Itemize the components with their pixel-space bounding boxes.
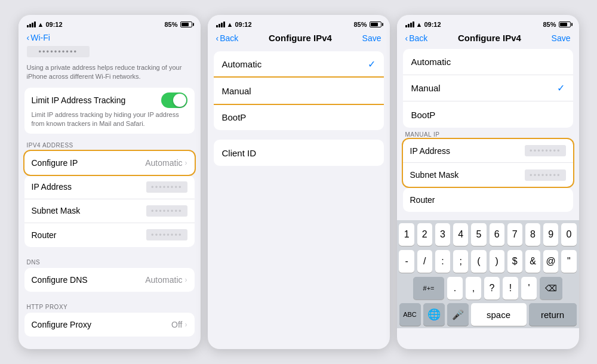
key-5[interactable]: 5: [471, 223, 486, 246]
back-button-2[interactable]: ‹ Back: [216, 33, 239, 43]
client-id-label: Client ID: [222, 148, 257, 158]
back-button-3[interactable]: ‹ Back: [405, 33, 428, 43]
key-1[interactable]: 1: [399, 223, 414, 246]
configure-ip-row[interactable]: Configure IP Automatic ›: [24, 151, 195, 175]
status-bar-2: ▲ 09:12 85%: [208, 15, 390, 32]
keyboard-bottom-row: ABC 🌐 🎤 space return: [397, 301, 579, 328]
network-name-blurred: ••••••••••: [27, 46, 90, 57]
ipv4-section-label: IPV4 ADDRESS: [19, 134, 201, 151]
chevron-dns-icon: ›: [185, 276, 187, 284]
nav-bar-1: ‹ Wi-Fi: [19, 32, 201, 46]
key-8[interactable]: 8: [525, 223, 540, 246]
s3-option-bootp[interactable]: BootP: [403, 101, 573, 128]
key-at[interactable]: @: [543, 250, 558, 273]
save-button-2[interactable]: Save: [362, 33, 381, 43]
key-comma[interactable]: ,: [466, 277, 481, 300]
key-0[interactable]: 0: [561, 223, 576, 246]
key-amp[interactable]: &: [525, 250, 540, 273]
chevron-proxy-icon: ›: [185, 320, 187, 329]
proxy-group: Configure Proxy Off ›: [24, 313, 195, 337]
delete-key[interactable]: ⌫: [540, 277, 562, 300]
signal-icon: [27, 21, 36, 27]
status-bar-1: ▲ 09:12 85%: [19, 15, 201, 32]
dns-section-label: DNS: [19, 251, 201, 268]
limit-ip-row: Limit IP Address Tracking: [32, 92, 187, 108]
wifi-icon-2: ▲: [227, 21, 233, 28]
s3-router-label: Router: [410, 195, 566, 205]
s3-options-group: Automatic Manual ✓ BootP: [403, 49, 573, 128]
keyboard-row-misc: #+= . , ? ! ' ⌫: [397, 274, 579, 301]
limit-ip-desc: Limit IP address tracking by hiding your…: [32, 110, 187, 129]
manual-ip-highlight: IP Address •••••••• Subnet Mask ••••••••: [403, 139, 573, 187]
nav-bar-3: ‹ Back Configure IPv4 Save: [397, 32, 579, 47]
limit-ip-toggle[interactable]: [161, 92, 187, 108]
s3-option-manual-label: Manual: [411, 83, 441, 93]
keyboard: 1 2 3 4 5 6 7 8 9 0 - / : ; ( ) $ &: [397, 220, 579, 328]
configure-dns-value: Automatic: [145, 275, 182, 285]
ip-address-value: ••••••••: [146, 181, 187, 193]
configure-proxy-label: Configure Proxy: [32, 320, 172, 329]
configure-dns-row[interactable]: Configure DNS Automatic ›: [24, 268, 195, 292]
key-apostrophe[interactable]: ': [521, 277, 537, 300]
key-abc[interactable]: ABC: [399, 303, 421, 326]
configure-proxy-row[interactable]: Configure Proxy Off ›: [24, 313, 195, 337]
s3-subnet-mask-value: ••••••••: [525, 169, 565, 181]
key-semicolon[interactable]: ;: [453, 250, 468, 273]
key-2[interactable]: 2: [417, 223, 432, 246]
s3-option-automatic[interactable]: Automatic: [403, 49, 573, 75]
client-id-row[interactable]: Client ID: [214, 140, 384, 166]
privacy-notice: Using a private address helps reduce tra…: [19, 60, 201, 85]
key-rparen[interactable]: ): [490, 250, 504, 273]
key-hash[interactable]: #+=: [413, 277, 444, 300]
option-manual-highlight: Manual: [214, 78, 384, 104]
key-exclaim[interactable]: !: [503, 277, 518, 300]
checkmark-manual-3: ✓: [557, 82, 565, 94]
s3-ip-address-value: ••••••••: [525, 145, 565, 156]
option-automatic-label: Automatic: [222, 59, 262, 69]
key-7[interactable]: 7: [507, 223, 522, 246]
key-space[interactable]: space: [471, 303, 527, 326]
key-4[interactable]: 4: [453, 223, 468, 246]
subnet-mask-row: Subnet Mask ••••••••: [24, 199, 195, 223]
nav-bar-2: ‹ Back Configure IPv4 Save: [208, 32, 390, 47]
key-quote[interactable]: ": [561, 250, 576, 273]
key-lparen[interactable]: (: [471, 250, 486, 273]
wifi-icon-3: ▲: [416, 21, 423, 28]
option-manual[interactable]: Manual: [214, 78, 384, 104]
screen2: ▲ 09:12 85% ‹ Back Configure IPv4 Save A…: [208, 15, 390, 349]
s3-option-manual[interactable]: Manual ✓: [403, 75, 573, 101]
key-period[interactable]: .: [447, 277, 463, 300]
keyboard-row-numbers: 1 2 3 4 5 6 7 8 9 0: [397, 220, 579, 247]
keyboard-row-symbols: - / : ; ( ) $ & @ ": [397, 247, 579, 274]
wifi-icon: ▲: [38, 21, 44, 28]
s3-subnet-mask-row[interactable]: Subnet Mask ••••••••: [403, 163, 573, 187]
s3-ip-address-label: IP Address: [410, 146, 525, 156]
key-6[interactable]: 6: [490, 223, 504, 246]
key-3[interactable]: 3: [435, 223, 450, 246]
back-button-1[interactable]: ‹ Wi-Fi: [27, 33, 50, 42]
limit-ip-label: Limit IP Address Tracking: [32, 95, 126, 105]
key-colon[interactable]: :: [435, 250, 450, 273]
s3-ip-address-row[interactable]: IP Address ••••••••: [403, 139, 573, 163]
router-row-s1: Router ••••••••: [24, 223, 195, 247]
key-globe[interactable]: 🌐: [423, 303, 445, 326]
key-return[interactable]: return: [529, 303, 577, 326]
key-dollar[interactable]: $: [507, 250, 522, 273]
chevron-icon: ›: [185, 159, 187, 167]
status-bar-3: ▲ 09:12 85%: [397, 15, 579, 32]
key-9[interactable]: 9: [543, 223, 558, 246]
router-label-s1: Router: [32, 230, 147, 240]
key-mic[interactable]: 🎤: [447, 303, 469, 326]
key-dash[interactable]: -: [399, 250, 414, 273]
time-3: 09:12: [424, 21, 441, 28]
s3-option-bootp-label: BootP: [411, 110, 436, 120]
key-slash[interactable]: /: [417, 250, 432, 273]
dns-group: Configure DNS Automatic ›: [24, 268, 195, 292]
option-bootp[interactable]: BootP: [214, 104, 384, 130]
option-manual-label: Manual: [222, 86, 251, 96]
client-id-group: Client ID: [214, 140, 384, 166]
wifi-row: ••••••••••: [19, 46, 201, 60]
option-automatic[interactable]: Automatic ✓: [214, 51, 384, 78]
save-button-3[interactable]: Save: [552, 33, 571, 43]
key-question[interactable]: ?: [484, 277, 500, 300]
